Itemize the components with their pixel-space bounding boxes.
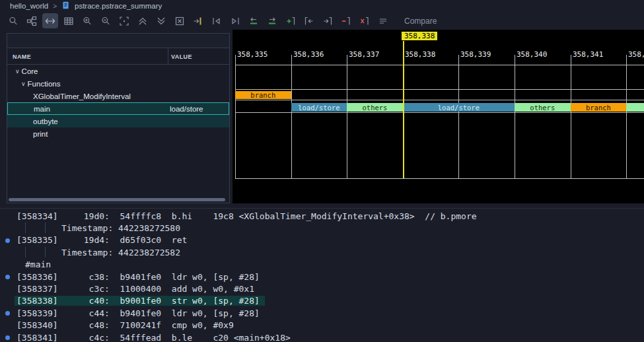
breakpoint-dot-icon[interactable] [5, 238, 10, 243]
marker-left-icon[interactable] [301, 13, 317, 28]
marker-right-icon[interactable] [320, 13, 336, 28]
breadcrumb-separator-icon: > [53, 3, 57, 10]
tick-label: 358,338 [405, 50, 435, 59]
grid-line-horizontal [235, 89, 644, 90]
next-marker-icon[interactable] [227, 13, 243, 28]
file-icon [61, 1, 70, 11]
grid-line-vertical [458, 55, 459, 178]
grid-line-horizontal [235, 178, 644, 179]
grid-line-horizontal [235, 112, 644, 113]
disasm-text: [358339] c44: b9401fe0 ldr w0, [sp, #28] [17, 308, 260, 318]
disasm-line[interactable]: [358339] c44: b9401fe0 ldr w0, [sp, #28] [0, 307, 644, 319]
disasm-text: [358335] 19d4: d65f03c0 ret [17, 235, 187, 245]
grid-line-vertical [291, 55, 292, 178]
timeline-bar-others[interactable]: others [626, 103, 644, 112]
collapse-all-icon[interactable] [135, 13, 151, 28]
cursor-label: 358,338 [401, 31, 438, 41]
tree-rows: ∨Core∨FunctionsXGlobalTimer_ModifyInterv… [7, 65, 229, 203]
cursor-line[interactable] [403, 40, 404, 178]
horizontal-scrollbar[interactable] [9, 198, 225, 201]
function-tree-panel: NAME VALUE ∨Core∨FunctionsXGlobalTimer_M… [7, 33, 230, 203]
disasm-line[interactable]: Timestamp: 442238272580 [0, 222, 644, 234]
fit-screen-icon[interactable] [116, 13, 132, 28]
tree-header: NAME VALUE [7, 48, 229, 65]
tick-label: 358,342 [628, 50, 644, 59]
grid-line-vertical [235, 55, 236, 178]
breakpoint-dot-icon[interactable] [5, 335, 10, 340]
timeline-bar-load_store[interactable]: load/store [291, 103, 347, 112]
tree-row-label: XGlobalTimer_ModifyInterval [33, 92, 131, 100]
goto-marker-icon[interactable] [190, 13, 206, 28]
jump-prev-icon[interactable] [246, 13, 262, 28]
disasm-text: [358341] c4c: 54fffead b.le c20 <main+0x… [17, 333, 291, 342]
tick-label: 358,340 [517, 50, 547, 59]
disasm-line[interactable]: Timestamp: 442238272582 [0, 246, 644, 258]
add-marker-icon[interactable] [283, 13, 299, 28]
tree-filter-box[interactable] [7, 34, 229, 48]
expand-horizontal-icon[interactable] [42, 13, 58, 28]
expand-all-icon[interactable] [153, 13, 169, 28]
disasm-line[interactable]: [358336] c38: b9401fe0 ldr w0, [sp, #28] [0, 271, 644, 283]
disasm-line[interactable]: [358341] c4c: 54fffead b.le c20 <main+0x… [0, 331, 644, 342]
disasm-text: [358337] c3c: 11000400 add w0, w0, #0x1 [17, 284, 254, 294]
delete-marker-icon[interactable] [357, 13, 373, 28]
tree-row-Core[interactable]: ∨Core [7, 65, 229, 77]
indent-guide [25, 247, 26, 257]
timeline-chart[interactable]: 358,335358,336358,337358,338358,339358,3… [233, 30, 644, 203]
tree-row-outbyte[interactable]: outbyte [7, 115, 229, 127]
chevron-down-icon[interactable]: ∨ [21, 81, 26, 87]
timeline-bar-others[interactable]: others [515, 103, 571, 112]
timeline-bar-branch[interactable]: branch [571, 103, 627, 112]
grid-line-horizontal [235, 65, 644, 65]
search-icon[interactable] [5, 13, 21, 28]
tick-label: 358,335 [237, 50, 268, 59]
disasm-text: [358338] c40: b9001fe0 str w0, [sp, #28] [15, 296, 265, 306]
column-header-value: VALUE [171, 53, 192, 60]
tree-row-label: Functions [28, 80, 61, 88]
disasm-line[interactable]: [358335] 19d4: d65f03c0 ret [0, 234, 644, 246]
hierarchy-icon[interactable] [24, 13, 40, 28]
tree-row-label: Core [22, 67, 38, 75]
breakpoint-dot-icon[interactable] [5, 311, 10, 316]
zoom-out-icon[interactable] [98, 13, 114, 28]
disasm-line[interactable]: [358338] c40: b9001fe0 str w0, [sp, #28] [0, 295, 644, 307]
timeline-bar-branch[interactable]: branch [235, 91, 291, 99]
disasm-line[interactable]: [358340] c48: 7100241f cmp w0, #0x9 [0, 320, 644, 331]
tick-label: 358,341 [573, 50, 603, 59]
list-view-icon[interactable] [375, 13, 391, 28]
prev-marker-icon[interactable] [209, 13, 225, 28]
tree-row-XGlobalTimer_ModifyInterval[interactable]: XGlobalTimer_ModifyInterval [7, 90, 229, 102]
grid-line-vertical [515, 55, 515, 178]
clear-box-icon[interactable] [172, 13, 188, 28]
timeline-bar-load_store[interactable]: load/store [403, 103, 515, 112]
tree-row-Functions[interactable]: ∨Functions [7, 77, 229, 90]
jump-next-icon[interactable] [264, 13, 280, 28]
disasm-line[interactable]: [358334] 19d0: 54ffffc8 b.hi 19c8 <XGlob… [0, 210, 644, 222]
toolbar: Compare [0, 12, 644, 30]
grid-line-vertical [347, 55, 347, 178]
zoom-in-icon[interactable] [79, 13, 95, 28]
column-header-name: NAME [13, 53, 31, 60]
tree-row-label: print [33, 130, 48, 138]
disasm-text: [358336] c38: b9401fe0 ldr w0, [sp, #28] [17, 272, 260, 282]
compare-button[interactable]: Compare [404, 17, 437, 26]
tick-label: 358,337 [349, 50, 379, 59]
indent-guide [45, 247, 46, 257]
tree-row-print[interactable]: print [7, 127, 229, 140]
chevron-down-icon[interactable]: ∨ [15, 68, 20, 75]
disasm-text: [358334] 19d0: 54ffffc8 b.hi 19c8 <XGlob… [17, 211, 477, 221]
table-icon[interactable] [61, 13, 77, 28]
remove-marker-icon[interactable] [338, 13, 354, 28]
breadcrumb-project[interactable]: hello_world [10, 2, 48, 10]
grid-line-vertical [571, 55, 571, 178]
breadcrumb-file[interactable]: pstrace.pstrace_summary [75, 2, 162, 10]
timestamp-text: Timestamp: 442238272582 [61, 248, 180, 257]
disasm-line[interactable]: [358337] c3c: 11000400 add w0, w0, #0x1 [0, 283, 644, 294]
breakpoint-dot-icon[interactable] [5, 275, 10, 279]
grid-line-horizontal [235, 100, 644, 100]
timestamp-text: Timestamp: 442238272580 [61, 223, 180, 233]
timeline-bar-others[interactable]: others [347, 103, 403, 112]
tree-row-main[interactable]: mainload/store [7, 102, 229, 115]
disasm-line[interactable]: #main [0, 259, 644, 271]
disasm-text: [358340] c48: 7100241f cmp w0, #0x9 [17, 320, 234, 330]
